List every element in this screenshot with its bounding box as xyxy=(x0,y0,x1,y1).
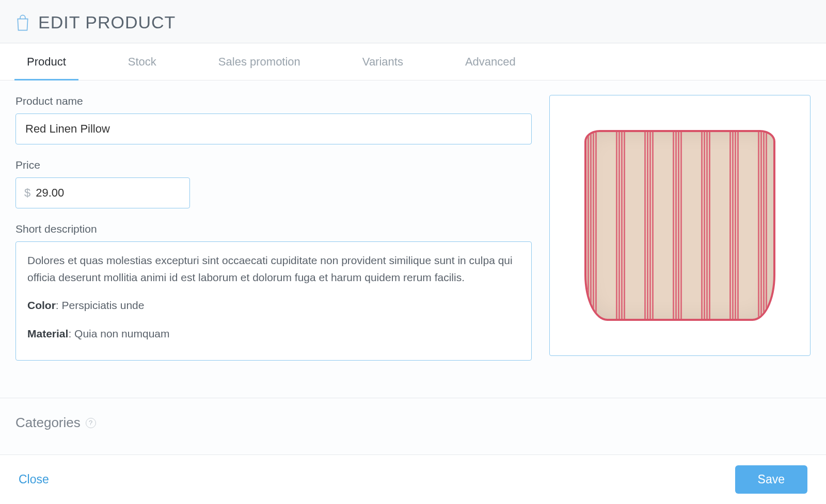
section-divider xyxy=(0,398,826,398)
product-name-label: Product name xyxy=(15,95,532,107)
tab-advanced[interactable]: Advanced xyxy=(453,44,528,80)
categories-heading: Categories ? xyxy=(15,415,811,431)
price-input[interactable] xyxy=(36,178,181,208)
help-icon[interactable]: ? xyxy=(86,418,96,428)
price-input-wrapper: $ xyxy=(15,177,190,208)
content-scroll[interactable]: Product name Price $ Short description xyxy=(0,80,826,504)
description-color-line: Color: Perspiciatis unde xyxy=(27,297,520,314)
modal-header: EDIT PRODUCT xyxy=(0,0,826,43)
shopping-bag-icon xyxy=(14,13,31,32)
product-image xyxy=(584,130,775,321)
color-value: : Perspiciatis unde xyxy=(56,299,145,311)
categories-label: Categories xyxy=(15,415,81,431)
page-title: EDIT PRODUCT xyxy=(38,12,176,32)
field-product-name: Product name xyxy=(15,95,532,144)
tab-sales-promotion[interactable]: Sales promotion xyxy=(206,44,313,80)
tabs-bar: Product Stock Sales promotion Variants A… xyxy=(0,43,826,80)
price-label: Price xyxy=(15,159,532,171)
product-image-box[interactable] xyxy=(549,95,811,356)
save-button[interactable]: Save xyxy=(735,465,807,494)
content-area: Product name Price $ Short description xyxy=(0,80,826,504)
color-label: Color xyxy=(27,299,56,311)
description-material-line: Material: Quia non numquam xyxy=(27,326,520,343)
material-label: Material xyxy=(27,328,68,339)
field-price: Price $ xyxy=(15,159,532,208)
tab-product[interactable]: Product xyxy=(14,44,78,80)
material-value: : Quia non numquam xyxy=(68,328,169,339)
tab-variants[interactable]: Variants xyxy=(350,44,416,80)
field-short-description: Short description Dolores et quas molest… xyxy=(15,223,532,361)
tab-stock[interactable]: Stock xyxy=(116,44,169,80)
product-name-input[interactable] xyxy=(15,113,532,144)
edit-product-modal: EDIT PRODUCT Product Stock Sales promoti… xyxy=(0,0,826,504)
close-button[interactable]: Close xyxy=(19,473,49,486)
short-description-editor[interactable]: Dolores et quas molestias excepturi sint… xyxy=(17,243,530,359)
currency-symbol: $ xyxy=(24,186,30,200)
footer-bar: Close Save xyxy=(0,454,826,504)
short-description-label: Short description xyxy=(15,223,532,235)
description-paragraph: Dolores et quas molestias excepturi sint… xyxy=(27,252,520,286)
